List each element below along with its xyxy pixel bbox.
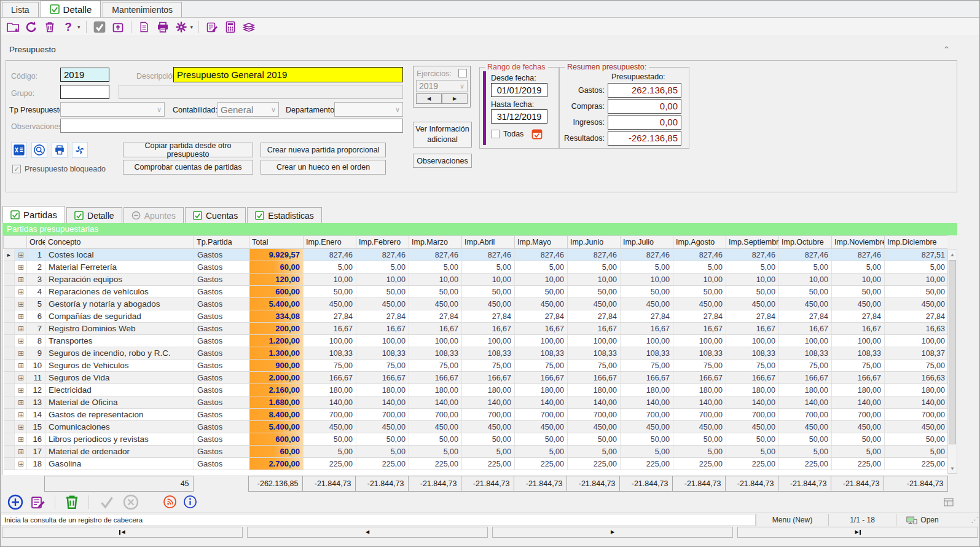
descripcion-field[interactable]	[173, 67, 403, 82]
table-row[interactable]: ⊞10Seguros de VehiculosGastos900,0075,00…	[4, 360, 948, 372]
grid-header-imp-junio[interactable]: Imp.Junio	[568, 236, 621, 249]
edit-notes-icon[interactable]	[205, 20, 219, 34]
table-row[interactable]: ▸⊞1Costes localGastos9.929,57827,46827,4…	[4, 249, 948, 261]
presupuesto-bloqueado-checkbox[interactable]: ✓ Presupuesto bloqueado	[12, 165, 106, 173]
grid-header-imp-abril[interactable]: Imp.Abril	[462, 236, 515, 249]
ejercicio-next-icon[interactable]: ▶	[442, 93, 468, 104]
confirm-icon[interactable]	[98, 494, 116, 511]
expand-row-icon[interactable]: ⊞	[15, 433, 27, 446]
grupo-field[interactable]	[60, 85, 109, 99]
ejercicios-checkbox[interactable]	[458, 69, 467, 77]
grid-header-imp-agosto[interactable]: Imp.Agosto	[673, 236, 726, 249]
settings-dropdown-icon[interactable]: ▾	[190, 24, 194, 30]
info-icon[interactable]	[183, 495, 197, 509]
calendar-icon[interactable]	[531, 128, 543, 140]
expand-row-icon[interactable]: ⊞	[15, 421, 27, 433]
table-row[interactable]: ⊞4Reparaciones de vehículosGastos600,005…	[4, 286, 948, 298]
calculator-icon[interactable]	[223, 20, 238, 34]
expand-row-icon[interactable]: ⊞	[15, 360, 27, 372]
delete-icon[interactable]	[42, 20, 57, 34]
table-row[interactable]: ⊞14Gastos de representacionGastos8.400,0…	[4, 409, 948, 421]
grid-header-imp-octubre[interactable]: Imp.Octubre	[779, 236, 832, 249]
expand-row-icon[interactable]: ⊞	[15, 372, 27, 384]
edit-record-icon[interactable]	[30, 494, 46, 510]
grid-header-total[interactable]: Total	[249, 236, 304, 249]
expand-row-icon[interactable]: ⊞	[15, 347, 27, 360]
expand-row-icon[interactable]: ⊞	[15, 335, 27, 347]
scrollbar-thumb[interactable]	[949, 260, 956, 444]
delete-record-icon[interactable]	[64, 494, 80, 510]
scroll-down-icon[interactable]: ▼	[948, 464, 957, 473]
preview-icon[interactable]	[31, 142, 47, 158]
observaciones-button[interactable]: Observaciones	[413, 154, 472, 168]
tp-presupuesto-select[interactable]: ∨	[60, 102, 165, 117]
expand-row-icon[interactable]: ⊞	[15, 409, 27, 421]
todas-checkbox[interactable]: Todas	[491, 130, 523, 138]
document-icon[interactable]	[137, 20, 152, 34]
resize-grip[interactable]: ⋰	[971, 516, 978, 524]
grid-header-concepto[interactable]: Concepto	[45, 236, 194, 249]
expand-row-icon[interactable]: ⊞	[15, 298, 27, 310]
grid-header-orden[interactable]: Orden	[27, 236, 45, 249]
table-row[interactable]: ⊞2Material FerreteríaGastos60,005,005,00…	[4, 261, 948, 274]
books-icon[interactable]	[241, 20, 256, 34]
table-row[interactable]: ⊞17Material de ordenadorGastos60,005,005…	[4, 446, 948, 458]
help-dropdown-icon[interactable]: ▾	[77, 24, 80, 30]
previous-record-icon[interactable]: ◀	[247, 527, 488, 538]
first-record-icon[interactable]: ◀	[2, 527, 243, 538]
subtab-apuntes[interactable]: Apuntes	[123, 207, 184, 223]
table-row[interactable]: ⊞6Compañías de seguridadGastos334,0827,8…	[4, 310, 948, 323]
observaciones-field[interactable]	[60, 119, 403, 133]
grid-header-imp-noviembre[interactable]: Imp.Noviembre	[832, 236, 885, 249]
grid-header-imp-enero[interactable]: Imp.Enero	[304, 236, 356, 249]
expand-row-icon[interactable]: ⊞	[15, 286, 27, 298]
expand-row-icon[interactable]: ⊞	[15, 323, 27, 335]
subtab-estadisticas[interactable]: Estadisticas	[247, 207, 322, 223]
grid-header-imp-septiembre[interactable]: Imp.Septiembre	[726, 236, 779, 249]
expand-row-icon[interactable]: ⊞	[15, 396, 27, 409]
desde-fecha-field[interactable]: 01/01/2019	[491, 83, 547, 97]
layout-grid-icon[interactable]	[944, 498, 954, 506]
table-row[interactable]: ⊞15ComunicacionesGastos5.400,00450,00450…	[4, 421, 948, 433]
new-record-icon[interactable]	[6, 20, 20, 34]
crear-partida-proporcional-button[interactable]: Crear nueva partida proporcional	[261, 143, 386, 157]
expand-row-icon[interactable]: ⊞	[15, 458, 27, 470]
grid-header-imp-febrero[interactable]: Imp.Febrero	[356, 236, 409, 249]
help-icon[interactable]: ?	[61, 20, 76, 34]
tab-mantenimientos[interactable]: Mantenimientos	[103, 2, 182, 17]
table-row[interactable]: ⊞7Registro Dominios WebGastos200,0016,67…	[4, 323, 948, 335]
expand-row-icon[interactable]: ⊞	[15, 310, 27, 323]
ejercicios-select[interactable]: 2019∨	[416, 80, 468, 92]
grid-vertical-scrollbar[interactable]: ▲ ▼	[947, 250, 957, 474]
cancel-icon[interactable]	[122, 494, 139, 511]
tab-lista[interactable]: Lista	[2, 2, 39, 17]
table-row[interactable]: ⊞18GasolinaGastos2.700,00225,00225,00225…	[4, 458, 948, 470]
ver-informacion-button[interactable]: Ver Información adicional	[413, 122, 472, 148]
open-window-icon[interactable]	[111, 20, 125, 34]
comprobar-cuentas-button[interactable]: Comprobar cuentas de partidas	[123, 160, 253, 175]
codigo-field[interactable]	[60, 68, 109, 82]
ejercicio-previous-icon[interactable]: ◀	[416, 93, 442, 104]
grid-header-imp-mayo[interactable]: Imp.Mayo	[515, 236, 568, 249]
collapse-panel-icon[interactable]: ⌃	[943, 45, 950, 54]
expand-row-icon[interactable]: ⊞	[15, 261, 27, 274]
scroll-up-icon[interactable]: ▲	[948, 250, 957, 259]
tab-detalle[interactable]: Detalle	[41, 1, 101, 17]
last-record-icon[interactable]: ▶	[737, 527, 978, 538]
grid-header-tp-partida[interactable]: Tp.Partida	[194, 236, 249, 249]
subtab-detalle[interactable]: Detalle	[66, 207, 122, 223]
table-row[interactable]: ⊞13Material de OficinaGastos1.680,00140,…	[4, 396, 948, 409]
table-row[interactable]: ⊞12ElectricidadGastos2.160,00180,00180,0…	[4, 384, 948, 396]
grid-header-imp-julio[interactable]: Imp.Julio	[621, 236, 673, 249]
table-row[interactable]: ⊞8TransportesGastos1.200,00100,00100,001…	[4, 335, 948, 347]
expand-row-icon[interactable]: ⊞	[15, 274, 27, 286]
print-icon[interactable]	[155, 20, 170, 34]
table-row[interactable]: ⊞3Reparación equiposGastos120,0010,0010,…	[4, 274, 948, 286]
add-record-icon[interactable]	[7, 494, 24, 511]
print-icon[interactable]	[52, 142, 68, 158]
table-row[interactable]: ⊞9Seguros de incendio, robo y R.C.Gastos…	[4, 347, 948, 360]
departamento-select[interactable]: ∨	[334, 102, 403, 117]
crear-hueco-button[interactable]: Crear un hueco en el orden	[261, 160, 386, 175]
next-record-icon[interactable]: ▶	[492, 527, 733, 538]
expand-row-icon[interactable]: ⊞	[15, 446, 27, 458]
